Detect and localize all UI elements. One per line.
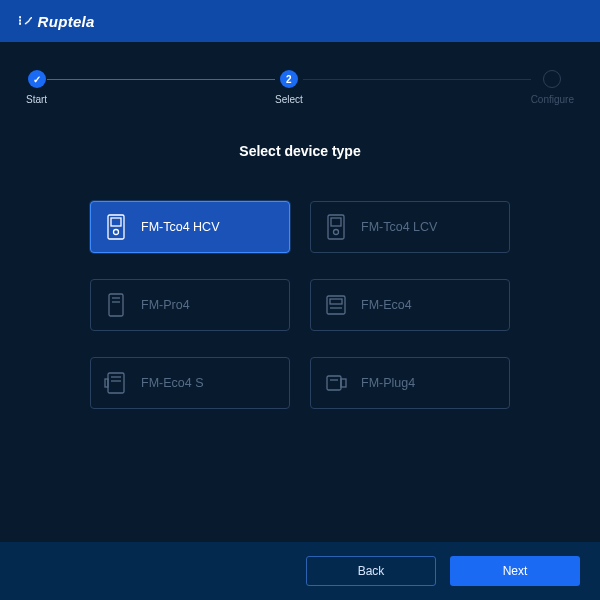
device-card-fm-tco4-lcv[interactable]: FM-Tco4 LCV: [310, 201, 510, 253]
device-icon: [323, 368, 349, 398]
brand-name: Ruptela: [38, 13, 95, 30]
step-number: 2: [286, 74, 292, 85]
check-icon: ✓: [33, 74, 41, 85]
wizard-footer: Back Next: [0, 542, 600, 600]
main-content: Select device type FM-Tco4 HCV FM-Tco4 L…: [0, 123, 600, 542]
wizard-stepper: ✓ Start 2 Select Configure: [0, 42, 600, 123]
svg-rect-6: [109, 294, 123, 316]
svg-rect-1: [111, 218, 121, 226]
svg-rect-15: [105, 379, 108, 387]
step-start-circle: ✓: [28, 70, 46, 88]
app-header: ⁝⟋ Ruptela: [0, 0, 600, 42]
svg-point-2: [114, 230, 119, 235]
device-card-fm-tco4-hcv[interactable]: FM-Tco4 HCV: [90, 201, 290, 253]
svg-rect-12: [108, 373, 124, 393]
svg-rect-4: [331, 218, 341, 226]
device-card-fm-plug4[interactable]: FM-Plug4: [310, 357, 510, 409]
device-icon: [103, 368, 129, 398]
next-button[interactable]: Next: [450, 556, 580, 586]
step-select-label: Select: [275, 94, 303, 105]
device-icon: [323, 290, 349, 320]
device-label: FM-Plug4: [361, 376, 415, 390]
device-icon: [103, 290, 129, 320]
device-card-fm-eco4[interactable]: FM-Eco4: [310, 279, 510, 331]
back-button-label: Back: [358, 564, 385, 578]
device-icon: [323, 212, 349, 242]
step-select: 2 Select: [275, 70, 303, 105]
device-grid: FM-Tco4 HCV FM-Tco4 LCV FM-Pro4 FM-Eco4: [90, 201, 510, 409]
svg-rect-16: [327, 376, 341, 390]
next-button-label: Next: [503, 564, 528, 578]
step-configure: Configure: [531, 70, 574, 105]
page-title: Select device type: [239, 143, 360, 159]
svg-rect-10: [330, 299, 342, 304]
step-configure-label: Configure: [531, 94, 574, 105]
back-button[interactable]: Back: [306, 556, 436, 586]
device-label: FM-Eco4: [361, 298, 412, 312]
device-label: FM-Tco4 LCV: [361, 220, 437, 234]
step-line-1: [47, 79, 275, 81]
step-start-label: Start: [26, 94, 47, 105]
brand-mark-icon: ⁝⟋: [18, 13, 36, 28]
device-label: FM-Eco4 S: [141, 376, 204, 390]
device-card-fm-pro4[interactable]: FM-Pro4: [90, 279, 290, 331]
device-label: FM-Pro4: [141, 298, 190, 312]
step-select-circle: 2: [280, 70, 298, 88]
step-configure-circle: [543, 70, 561, 88]
device-card-fm-eco4-s[interactable]: FM-Eco4 S: [90, 357, 290, 409]
svg-point-5: [334, 230, 339, 235]
svg-rect-17: [341, 379, 346, 387]
step-start: ✓ Start: [26, 70, 47, 105]
step-line-2: [303, 79, 531, 81]
device-label: FM-Tco4 HCV: [141, 220, 219, 234]
brand-logo: ⁝⟋ Ruptela: [18, 13, 95, 30]
device-icon: [103, 212, 129, 242]
